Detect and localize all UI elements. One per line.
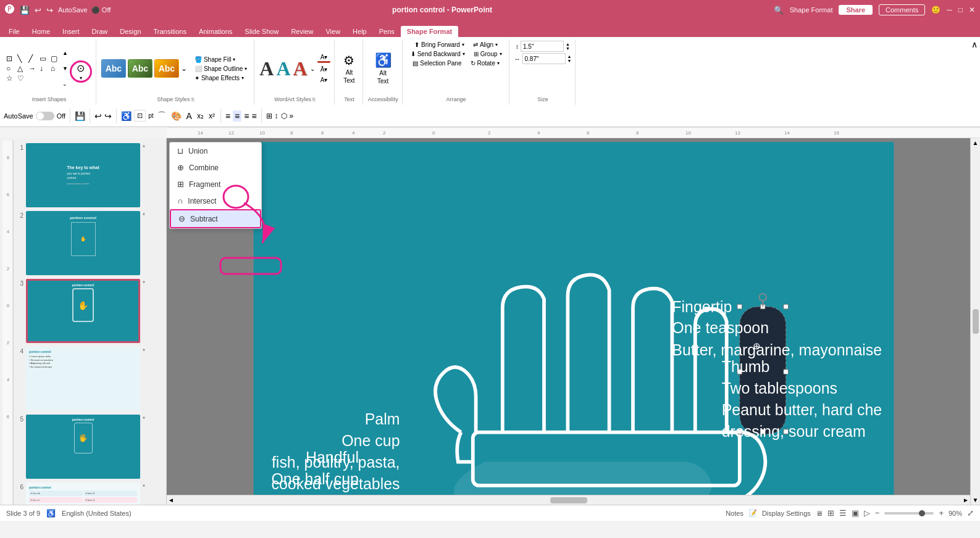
- shape-styles-expand[interactable]: ⌄: [181, 64, 187, 73]
- share-button[interactable]: Share: [839, 5, 873, 15]
- height-input[interactable]: 1.5": [521, 41, 564, 52]
- zoom-slider[interactable]: [884, 512, 934, 515]
- text-dir-icon[interactable]: ↕: [275, 112, 279, 120]
- tab-home[interactable]: Home: [26, 26, 56, 37]
- slide-thumb-1[interactable]: The key to what you eat is portion contr…: [26, 143, 140, 207]
- shape-outline-button[interactable]: ⬜ Shape Outline ▾: [191, 65, 250, 73]
- display-settings-button[interactable]: Display Settings: [762, 510, 811, 517]
- zoom-in-icon[interactable]: +: [939, 508, 944, 518]
- view-outline-icon[interactable]: ☰: [839, 508, 847, 518]
- notes-button[interactable]: Notes: [726, 510, 743, 517]
- accessibility-checker-button[interactable]: ♿ Alt Text: [371, 50, 395, 87]
- wordart-a1[interactable]: A: [259, 57, 274, 80]
- align-button[interactable]: ⇌ Align ▾: [470, 41, 501, 49]
- slide-item-6[interactable]: 6 portion control ✦ Item A ✦ Item B ✦ It…: [16, 482, 161, 505]
- tab-slideshow[interactable]: Slide Show: [238, 26, 285, 37]
- height-down[interactable]: ▼: [566, 46, 570, 51]
- send-backward-arrow[interactable]: ▾: [463, 51, 465, 57]
- save-icon[interactable]: 💾: [75, 111, 85, 121]
- shape-star[interactable]: ☆: [6, 74, 16, 83]
- dropdown-intersect[interactable]: ∩ Intersect: [170, 192, 261, 209]
- zoom-slider-thumb[interactable]: [919, 510, 925, 516]
- tab-view[interactable]: View: [319, 26, 346, 37]
- slide-item-5[interactable]: 5 portion control 🖐 *: [16, 415, 161, 479]
- shape-scroll-down[interactable]: ▼: [62, 65, 68, 72]
- slide-item-3[interactable]: 3 portion control ✋ *: [16, 279, 161, 343]
- emoji-icon[interactable]: 🙂: [931, 6, 940, 14]
- shape-triangle[interactable]: △: [17, 64, 27, 73]
- scroll-left-arrow[interactable]: ◄: [168, 497, 174, 503]
- slide-item-1[interactable]: 1 The key to what you eat is portion con…: [16, 143, 161, 207]
- format-icon-3[interactable]: A: [185, 110, 193, 122]
- slide-item-2[interactable]: 2 portion control ✋ *: [16, 211, 161, 275]
- height-up[interactable]: ▲: [566, 42, 570, 46]
- shape-rounded[interactable]: ▢: [51, 54, 61, 63]
- text-fingertip[interactable]: Fingertip One teaspoon Butter, margarine…: [672, 296, 882, 360]
- alt-text-button[interactable]: ⚙ Alt Text: [340, 50, 358, 87]
- slide-thumb-5[interactable]: portion control 🖐: [26, 415, 140, 479]
- text-thumb[interactable]: Thumb Two tablespoons Peanut butter, har…: [721, 356, 882, 442]
- shape-style-1[interactable]: Abc: [101, 59, 126, 78]
- quick-access-undo[interactable]: ↩: [35, 6, 41, 15]
- autosave-toggle[interactable]: [36, 112, 54, 120]
- wordart-expand[interactable]: ⌄: [310, 65, 315, 72]
- col-layout-icon[interactable]: ⊞: [266, 112, 272, 120]
- tab-pens[interactable]: Pens: [373, 26, 401, 37]
- format-icon-sub[interactable]: x₂: [196, 110, 205, 122]
- shape-outline-arrow[interactable]: ▾: [245, 66, 247, 72]
- slide-thumb-4[interactable]: portion control • Lorem ipsum dolor • Si…: [26, 347, 140, 411]
- dropdown-combine[interactable]: ⊕ Combine: [170, 159, 261, 176]
- tab-draw[interactable]: Draw: [86, 26, 114, 37]
- comments-button[interactable]: Comments: [879, 4, 925, 15]
- tab-transitions[interactable]: Transitions: [148, 26, 193, 37]
- font-format-icon[interactable]: ⊡: [134, 110, 146, 122]
- wordart-dialog-icon[interactable]: ⎘: [312, 97, 316, 102]
- minimize-button[interactable]: ─: [947, 6, 952, 14]
- shape-scroll-up[interactable]: ▲: [62, 50, 68, 56]
- dropdown-fragment[interactable]: ⊞ Fragment: [170, 176, 261, 192]
- merge-shapes-button[interactable]: ⊙ ▾: [70, 60, 92, 83]
- shape-effects-button[interactable]: ✦ Shape Effects ▾: [191, 74, 250, 82]
- scroll-up-arrow[interactable]: ▲: [973, 139, 979, 146]
- tab-shapeformat[interactable]: Shape Format: [401, 26, 458, 37]
- width-up[interactable]: ▲: [567, 54, 572, 59]
- more-icon[interactable]: »: [290, 112, 294, 120]
- format-icon-sup[interactable]: x²: [207, 110, 216, 122]
- align-left-icon[interactable]: ≡: [225, 111, 230, 121]
- zoom-level[interactable]: 90%: [949, 510, 962, 517]
- tab-design[interactable]: Design: [114, 26, 147, 37]
- maximize-button[interactable]: □: [958, 6, 963, 14]
- merge-dropdown-arrow[interactable]: ▾: [80, 75, 82, 81]
- rotate-arrow[interactable]: ▾: [497, 60, 500, 66]
- scroll-h-thumb[interactable]: [550, 497, 587, 503]
- align-arrow[interactable]: ▾: [495, 42, 498, 48]
- justify-icon[interactable]: ≡: [251, 111, 256, 121]
- view-normal-icon[interactable]: ⊞: [827, 508, 834, 518]
- shape-style-3[interactable]: Abc: [154, 59, 179, 78]
- shape-effects-arrow[interactable]: ▾: [241, 75, 244, 81]
- shape-arrow[interactable]: →: [28, 64, 38, 73]
- rotate-button[interactable]: ↻ Rotate ▾: [467, 59, 503, 67]
- dropdown-union[interactable]: ⊔ Union: [170, 143, 261, 159]
- tab-insert[interactable]: Insert: [56, 26, 86, 37]
- shape-fill-button[interactable]: 🪣 Shape Fill ▾: [191, 56, 250, 64]
- search-label[interactable]: Shape Format: [790, 6, 833, 14]
- text-effects-button[interactable]: A▾: [317, 76, 331, 84]
- view-reading-icon[interactable]: ▣: [852, 508, 859, 518]
- shape-line[interactable]: ╲: [17, 54, 27, 63]
- shape-heart[interactable]: ♡: [17, 74, 27, 83]
- slide-thumb-2[interactable]: portion control ✋: [26, 211, 140, 275]
- slide-thumb-3[interactable]: portion control ✋: [26, 279, 140, 343]
- dropdown-subtract[interactable]: ⊖ Subtract: [170, 209, 261, 228]
- shape-style-2[interactable]: Abc: [128, 59, 153, 78]
- send-backward-button[interactable]: ⬇ Send Backward ▾: [408, 50, 468, 58]
- align-center-icon[interactable]: ≡: [233, 110, 241, 122]
- shape-fill-arrow[interactable]: ▾: [233, 57, 235, 62]
- accessibility-status-icon[interactable]: ♿: [46, 509, 56, 518]
- shape-expand[interactable]: ⌄: [62, 81, 68, 87]
- text-handful[interactable]: Handful One half cup: [271, 446, 359, 489]
- wordart-a2[interactable]: A: [276, 57, 290, 80]
- close-button[interactable]: ✕: [969, 6, 975, 14]
- scroll-down-arrow[interactable]: ▼: [973, 497, 979, 503]
- format-icon-2[interactable]: 🎨: [170, 110, 183, 122]
